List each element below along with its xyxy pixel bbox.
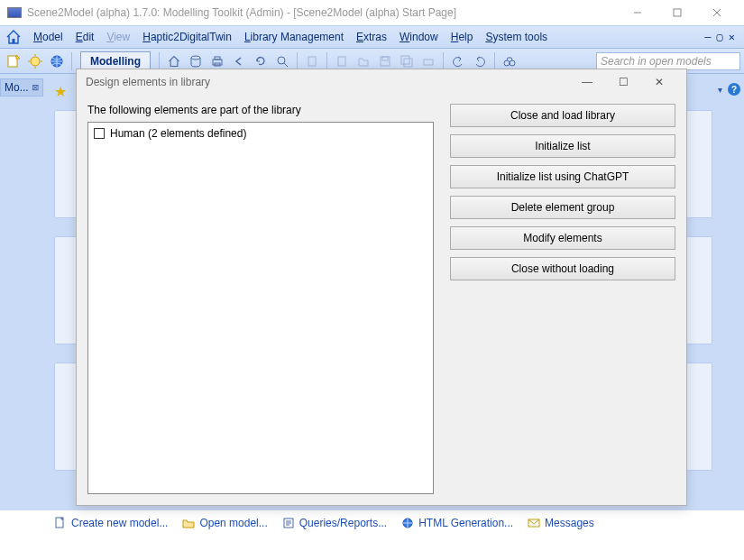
close-load-button[interactable]: Close and load library: [450, 104, 675, 127]
svg-rect-16: [424, 60, 433, 65]
search-input[interactable]: Search in open models: [596, 52, 740, 70]
list-item[interactable]: Human (2 elements defined): [94, 126, 427, 141]
modify-elements-button[interactable]: Modify elements: [450, 226, 675, 250]
svg-rect-0: [674, 9, 681, 16]
link-create-model-label: Create new model...: [71, 517, 168, 529]
explorer-tab-close-icon[interactable]: ⊠: [32, 81, 39, 94]
svg-rect-1: [13, 39, 15, 43]
new-model-icon[interactable]: [4, 51, 23, 71]
dialog-close-button[interactable]: ✕: [641, 76, 677, 88]
home-icon[interactable]: [5, 29, 22, 45]
svg-point-3: [31, 57, 40, 66]
link-open-model-label: Open model...: [199, 517, 267, 529]
start-page-linkbar: Create new model... Open model... Querie…: [54, 513, 740, 533]
mdi-window-controls: – ▢ ✕: [704, 31, 740, 43]
menu-model[interactable]: Model: [27, 26, 69, 48]
window-controls: [618, 0, 737, 25]
svg-rect-15: [404, 59, 412, 67]
svg-rect-11: [338, 57, 345, 66]
dialog-button-panel: Close and load library Initialize list I…: [450, 104, 675, 494]
mdi-minimize-button[interactable]: –: [704, 31, 711, 43]
link-open-model[interactable]: Open model...: [182, 517, 267, 529]
menu-library[interactable]: Library Management: [238, 26, 350, 48]
link-messages-label: Messages: [545, 517, 594, 529]
dialog-caption: The following elements are part of the l…: [87, 104, 434, 116]
link-create-model[interactable]: Create new model...: [54, 517, 168, 529]
dialog-title: Design elements in library: [86, 76, 569, 88]
dialog-maximize-button[interactable]: ☐: [605, 76, 641, 88]
wizard-icon[interactable]: [25, 51, 45, 71]
svg-point-17: [504, 60, 510, 66]
minimize-button[interactable]: [618, 0, 657, 25]
svg-rect-10: [308, 57, 316, 66]
svg-rect-13: [382, 57, 388, 60]
menu-haptic[interactable]: Haptic2DigitalTwin: [136, 26, 238, 48]
link-html-gen[interactable]: HTML Generation...: [401, 517, 513, 529]
menu-extras[interactable]: Extras: [350, 26, 393, 48]
svg-rect-7: [215, 57, 220, 60]
dialog-minimize-button[interactable]: —: [569, 76, 605, 88]
svg-point-5: [191, 56, 200, 60]
menu-window[interactable]: Window: [393, 26, 445, 48]
svg-rect-14: [401, 56, 409, 64]
maximize-button[interactable]: [657, 0, 697, 25]
menu-bar: Model Edit View Haptic2DigitalTwin Libra…: [0, 25, 744, 49]
document-icon: [54, 517, 67, 529]
close-no-load-button[interactable]: Close without loading: [450, 257, 675, 280]
link-messages[interactable]: Messages: [528, 517, 594, 529]
envelope-icon: [528, 517, 540, 529]
mdi-restore-button[interactable]: ▢: [717, 31, 723, 43]
initialize-gpt-button[interactable]: Initialize list using ChatGPT: [450, 165, 675, 188]
dialog-body: The following elements are part of the l…: [77, 95, 686, 505]
design-elements-dialog: Design elements in library — ☐ ✕ The fol…: [76, 69, 687, 506]
window-title: Scene2Model (alpha) 1.7.0: Modelling Too…: [27, 6, 618, 19]
elements-listbox[interactable]: Human (2 elements defined): [87, 122, 434, 494]
globe-icon[interactable]: [47, 51, 67, 71]
svg-point-18: [510, 60, 515, 66]
dialog-left-panel: The following elements are part of the l…: [87, 104, 434, 494]
link-queries-label: Queries/Reports...: [299, 517, 387, 529]
svg-point-9: [278, 57, 285, 64]
folder-open-icon: [182, 517, 195, 529]
delete-group-button[interactable]: Delete element group: [450, 196, 675, 219]
menu-view[interactable]: View: [100, 26, 136, 48]
help-icon[interactable]: ?: [728, 83, 740, 96]
chevron-down-icon[interactable]: ▾: [718, 85, 722, 95]
link-queries[interactable]: Queries/Reports...: [282, 517, 387, 529]
app-icon: [7, 7, 22, 18]
dialog-titlebar[interactable]: Design elements in library — ☐ ✕: [77, 69, 686, 95]
mdi-close-button[interactable]: ✕: [729, 31, 735, 43]
close-button[interactable]: [697, 0, 737, 25]
menu-system[interactable]: System tools: [479, 26, 554, 48]
explorer-tab[interactable]: Mo... ⊠: [0, 78, 43, 96]
link-html-gen-label: HTML Generation...: [418, 517, 513, 529]
html-globe-icon: [401, 517, 414, 529]
checkbox-icon[interactable]: [94, 128, 105, 139]
initialize-button[interactable]: Initialize list: [450, 134, 675, 158]
menu-edit[interactable]: Edit: [69, 26, 101, 48]
page-header-controls: ▾ ?: [718, 83, 740, 96]
menu-help[interactable]: Help: [445, 26, 480, 48]
explorer-tab-label: Mo...: [5, 81, 29, 94]
window-titlebar: Scene2Model (alpha) 1.7.0: Modelling Too…: [0, 0, 744, 25]
list-item-label: Human (2 elements defined): [110, 127, 246, 140]
favorite-star-icon[interactable]: ★: [54, 83, 67, 100]
report-icon: [282, 517, 295, 529]
